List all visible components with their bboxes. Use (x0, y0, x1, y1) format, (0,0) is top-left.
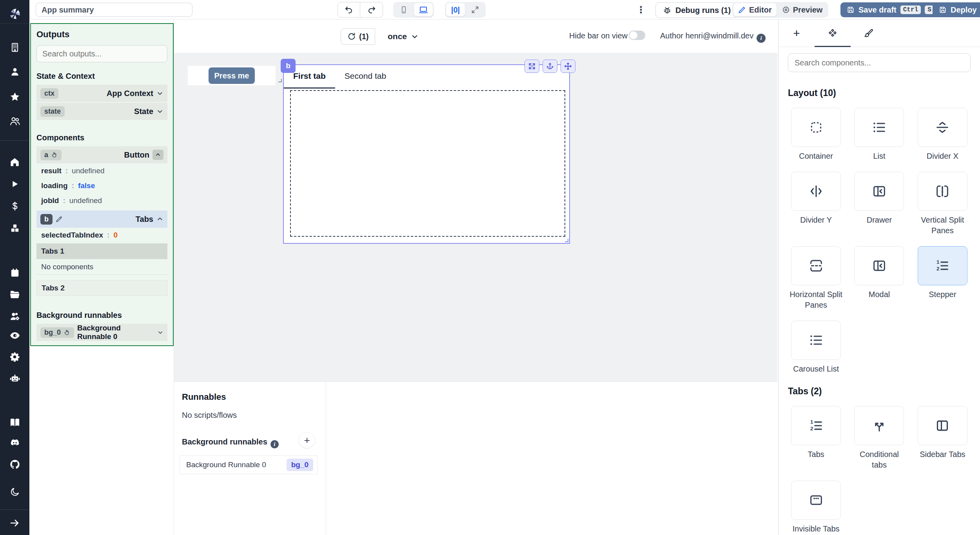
components-title: Components (36, 133, 167, 142)
dark-mode-moon-icon[interactable] (0, 483, 29, 501)
settings-gear-icon[interactable] (0, 348, 29, 365)
add-tab[interactable]: + (779, 20, 815, 47)
tabs-cards: 12 Tabs Conditional tabs Sidebar Tabs In… (788, 406, 971, 534)
component-card-invisible-tabs[interactable]: Invisible Tabs (788, 481, 844, 534)
favorites-star-icon[interactable] (0, 88, 29, 105)
components-search-input[interactable] (788, 53, 971, 72)
app-summary-input[interactable] (36, 3, 192, 17)
component-b-tabs[interactable]: b First tab Second tab (283, 64, 570, 244)
hide-bar-label: Hide bar on view (569, 31, 628, 40)
component-card-stepper[interactable]: 12 Stepper (915, 246, 971, 310)
collapse-a-button[interactable] (152, 150, 163, 160)
chevron-up-icon[interactable] (156, 216, 163, 223)
component-card-divider-x[interactable]: Divider X (915, 108, 971, 161)
schedule-select[interactable]: once (388, 28, 419, 45)
discord-icon[interactable] (0, 434, 29, 452)
chevron-down-icon[interactable] (156, 108, 163, 115)
style-brush-icon (864, 28, 874, 38)
docs-book-icon[interactable] (0, 414, 29, 431)
editor-tab[interactable]: Editor (733, 3, 777, 16)
output-row-state[interactable]: state State (36, 103, 167, 120)
expand-handle[interactable] (524, 60, 539, 73)
debug-runs-button[interactable]: Debug runs (1) (655, 2, 738, 18)
prop-row-jobid: jobId:undefined (36, 193, 167, 208)
component-card-tabs[interactable]: 12 Tabs (788, 406, 844, 470)
mobile-view-button[interactable] (394, 3, 413, 16)
workers-admin-icon[interactable] (0, 308, 29, 325)
style-tab[interactable] (851, 20, 887, 47)
collapse-arrow-icon[interactable] (0, 514, 29, 531)
component-card-sidebar-tabs[interactable]: Sidebar Tabs (915, 406, 971, 470)
runnables-empty: No scripts/flows (182, 411, 237, 420)
component-card-conditional-tabs[interactable]: Conditional tabs (851, 406, 907, 470)
author-label: Author henri@windmill.devi (660, 31, 766, 43)
panel-divider[interactable] (326, 382, 326, 535)
second-tab[interactable]: Second tab (335, 68, 396, 89)
component-card-modal[interactable]: Modal (851, 246, 907, 310)
outputs-search-input[interactable] (36, 45, 167, 62)
save-draft-button[interactable]: Save draft Ctrl S (840, 2, 940, 17)
expand-canvas-button[interactable] (466, 3, 485, 16)
deploy-button[interactable]: Deploy (933, 2, 980, 17)
component-card-vertical-split[interactable]: Vertical Split Panes (915, 172, 971, 236)
resources-boxes-icon[interactable] (0, 219, 29, 237)
output-row-bg0[interactable]: bg_0 Background Runnable 0 (36, 324, 167, 341)
component-a-cell[interactable]: Press me (188, 66, 276, 85)
tabs2-header[interactable]: Tabs 2 (36, 280, 167, 296)
save-icon (847, 6, 855, 14)
component-card-divider-y[interactable]: Divider Y (788, 172, 844, 236)
runnable-label: Background Runnable 0 (186, 461, 266, 469)
hide-bar-toggle[interactable] (629, 31, 645, 40)
kebab-menu[interactable]: ⋮ (635, 2, 647, 18)
resize-corner[interactable] (278, 79, 282, 82)
component-card-horizontal-split[interactable]: Horizontal Split Panes (788, 246, 844, 310)
schedules-calendar-icon[interactable] (0, 264, 29, 281)
groups-icon[interactable] (0, 112, 29, 130)
save-icon (939, 6, 947, 14)
refresh-button[interactable]: (1) (341, 28, 375, 45)
resize-corner[interactable] (565, 239, 568, 242)
folders-icon[interactable] (0, 286, 29, 303)
github-icon[interactable] (0, 456, 29, 473)
ai-bot-icon[interactable] (0, 370, 29, 387)
edit-pencil-icon[interactable] (56, 216, 63, 223)
runnable-row[interactable]: Background Runnable 0 bg_0 (180, 455, 318, 474)
center-canvas-button[interactable]: |0| (446, 3, 465, 16)
chevron-down-icon[interactable] (156, 90, 163, 97)
tabs1-header[interactable]: Tabs 1 (36, 243, 167, 259)
pointer-hand-icon (51, 152, 58, 158)
anchor-handle[interactable] (543, 60, 557, 73)
output-row-ctx[interactable]: ctx App Context (36, 85, 167, 102)
home-icon[interactable] (0, 153, 29, 170)
add-runnable-button[interactable]: + (299, 432, 315, 448)
audit-eye-icon[interactable] (0, 327, 29, 344)
undo-button[interactable] (338, 2, 360, 18)
pointer-hand-icon (64, 329, 70, 336)
move-handle[interactable] (561, 60, 575, 73)
divider-x-icon (935, 120, 950, 135)
workspace-building-icon[interactable] (0, 39, 29, 56)
user-icon[interactable] (0, 63, 29, 80)
state-badge: state (40, 106, 65, 117)
press-me-button[interactable]: Press me (209, 67, 255, 84)
redo-button[interactable] (360, 2, 383, 18)
components-tab[interactable] (815, 20, 851, 47)
chevron-down-icon[interactable] (157, 329, 163, 336)
component-card-drawer[interactable]: Drawer (851, 172, 907, 236)
billing-dollar-icon[interactable] (0, 198, 29, 215)
background-runnables-title: Background runnables (36, 311, 167, 320)
component-card-carousel-list[interactable]: Carousel List (788, 321, 844, 374)
tabs-drop-zone[interactable] (290, 90, 565, 237)
runs-play-icon[interactable] (0, 175, 29, 192)
output-row-a[interactable]: a Button (36, 146, 167, 163)
desktop-view-button[interactable] (414, 3, 433, 16)
canvas-grid[interactable]: Press me b First tab Second tab (174, 53, 777, 381)
output-row-b[interactable]: b Tabs (36, 210, 167, 228)
container-icon (808, 120, 824, 135)
info-icon[interactable]: i (757, 34, 766, 43)
info-icon[interactable]: i (270, 440, 279, 448)
first-tab[interactable]: First tab (284, 68, 335, 89)
component-card-container[interactable]: Container (788, 108, 844, 161)
component-card-list[interactable]: List (851, 108, 907, 161)
preview-tab[interactable]: Preview (777, 3, 828, 16)
